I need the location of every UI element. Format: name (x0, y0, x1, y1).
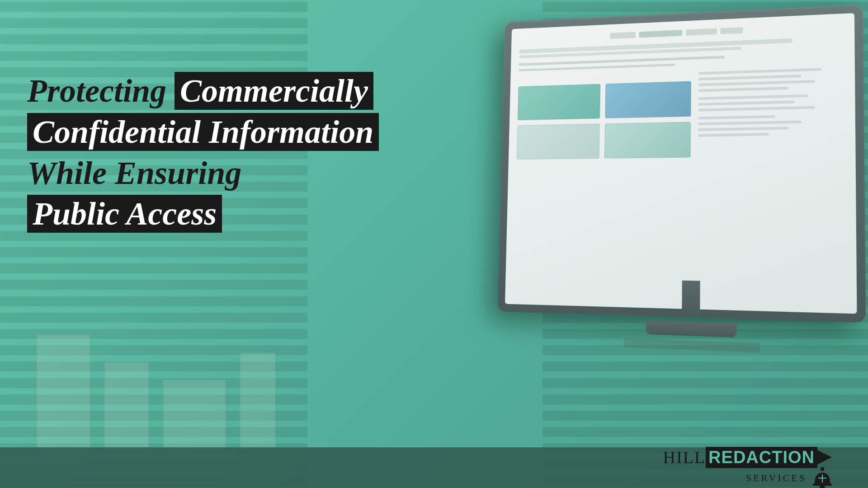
headline-line-2: Confidential Information (27, 113, 379, 151)
monitor-stand-neck (682, 281, 700, 318)
logo-bottom-row: SERVICES (746, 467, 832, 488)
monitor-decoration (495, 3, 868, 408)
blind-slat (0, 263, 307, 273)
svg-marker-0 (816, 449, 832, 465)
logo-bell-icon (813, 467, 832, 488)
logo-redaction-text: REDACTION (706, 447, 817, 468)
blind-slat (0, 34, 307, 44)
blind-slat (0, 18, 307, 28)
logo-top-row: HILL REDACTION (663, 447, 832, 468)
headline-block: Protecting Commercially Confidential Inf… (27, 72, 379, 233)
file-box (104, 361, 149, 452)
file-box (36, 334, 90, 452)
logo-services-text: SERVICES (746, 472, 807, 484)
headline-plain-text: Protecting (27, 73, 175, 109)
logo: HILL REDACTION SERVICES (663, 447, 832, 488)
headline-line-1: Protecting Commercially (27, 72, 379, 110)
blind-slat (0, 51, 307, 61)
svg-rect-1 (821, 467, 824, 471)
headline-line-3: While Ensuring (27, 155, 379, 192)
monitor-screen (505, 13, 857, 314)
logo-arrow-icon (816, 449, 832, 465)
keyboard-hint (624, 338, 760, 352)
headline-highlight-commercially: Commercially (175, 72, 373, 110)
headline-line-4: Public Access (27, 195, 379, 233)
file-boxes-decoration (36, 316, 307, 452)
logo-hill-text: HILL (663, 447, 706, 467)
blind-slat (0, 280, 307, 290)
monitor-base (646, 321, 737, 338)
headline-while-ensuring: While Ensuring (27, 155, 241, 191)
blind-slat (0, 296, 307, 306)
file-box (240, 352, 276, 452)
file-box (163, 380, 226, 452)
monitor-frame (497, 5, 866, 323)
blind-slat (542, 427, 868, 437)
headline-highlight-public-access: Public Access (27, 195, 222, 233)
bottom-bar: HILL REDACTION SERVICES (0, 447, 868, 488)
blind-slat (0, 247, 307, 257)
blind-slat (542, 411, 868, 421)
headline-highlight-confidential: Confidential Information (27, 113, 379, 151)
blind-slat (0, 2, 307, 12)
